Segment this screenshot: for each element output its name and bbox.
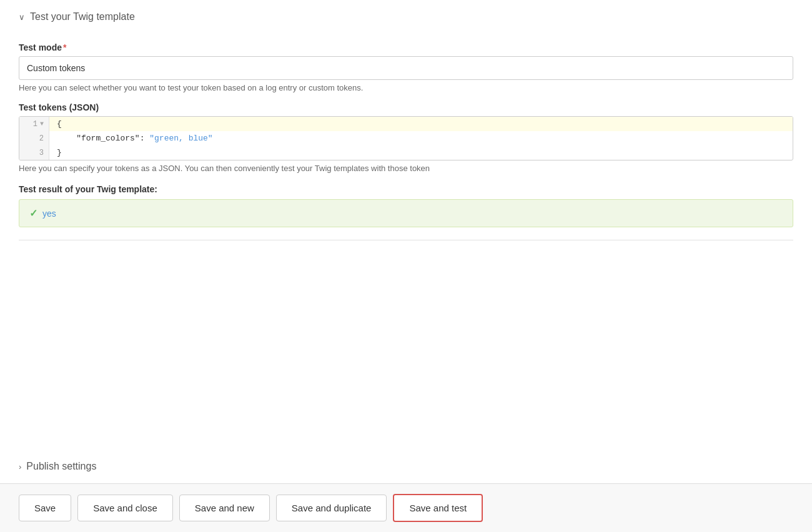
save-duplicate-button[interactable]: Save and duplicate <box>276 495 387 521</box>
save-button[interactable]: Save <box>19 495 71 521</box>
code-content-3: } <box>49 145 793 160</box>
divider <box>19 240 793 240</box>
save-close-button[interactable]: Save and close <box>77 495 173 521</box>
publish-section-title: Publish settings <box>26 461 96 472</box>
line-number-2: 2 <box>19 131 49 145</box>
test-mode-hint: Here you can select whether you want to … <box>19 83 793 92</box>
page-container: ∨ Test your Twig template Test mode* Cus… <box>0 0 812 532</box>
save-new-button[interactable]: Save and new <box>179 495 270 521</box>
collapse-arrow-1[interactable]: ▼ <box>40 121 44 127</box>
code-content-1: { <box>49 117 793 131</box>
test-result-box: ✓ yes <box>19 199 793 227</box>
code-content-2: "form_colors": "green, blue" <box>49 131 793 145</box>
twig-section-chevron: ∨ <box>19 12 25 22</box>
twig-section-title: Test your Twig template <box>30 11 135 22</box>
publish-section-header[interactable]: › Publish settings <box>0 450 812 483</box>
code-editor[interactable]: 1 ▼ { 2 "form_colors": "green, blue" 3 } <box>19 116 793 160</box>
code-line-2: 2 "form_colors": "green, blue" <box>19 131 793 145</box>
line-number-1: 1 ▼ <box>19 117 49 131</box>
code-line-1: 1 ▼ { <box>19 117 793 131</box>
main-content: ∨ Test your Twig template Test mode* Cus… <box>0 0 812 450</box>
test-result-value: yes <box>42 209 56 219</box>
publish-section-chevron: › <box>19 462 21 471</box>
test-result-label: Test result of your Twig template: <box>19 184 793 194</box>
test-tokens-label: Test tokens (JSON) <box>19 102 793 112</box>
tokens-hint: Here you can specify your tokens as a JS… <box>19 164 793 173</box>
twig-section-header[interactable]: ∨ Test your Twig template <box>19 0 793 32</box>
save-test-button[interactable]: Save and test <box>393 494 483 522</box>
code-line-3: 3 } <box>19 145 793 160</box>
test-mode-select[interactable]: Custom tokens <box>19 56 793 80</box>
check-icon: ✓ <box>29 207 37 219</box>
footer-bar: Save Save and close Save and new Save an… <box>0 483 812 532</box>
line-number-3: 3 <box>19 145 49 160</box>
test-mode-label: Test mode* <box>19 42 793 52</box>
required-star: * <box>63 42 66 52</box>
